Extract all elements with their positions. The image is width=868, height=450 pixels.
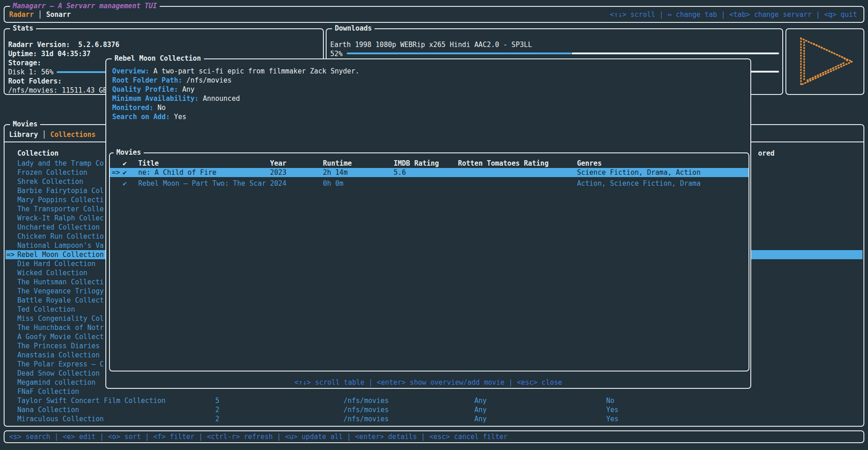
library-tab-collections[interactable]: Collections — [50, 131, 95, 139]
collection-list-item[interactable]: Miraculous Collection — [17, 414, 104, 424]
collection-list-item[interactable]: The Huntsman Collecti — [17, 277, 104, 287]
collection-cell-root_folder: /nfs/movies — [343, 396, 389, 405]
modal-field: Overview: A two-part sci-fi epic from fi… — [112, 67, 359, 76]
selection-marker: => — [6, 250, 15, 259]
collection-cell-profile: Any — [474, 414, 487, 424]
stats-line: /nfs/movies: 11511.43 GB — [8, 86, 107, 95]
movie-cell-runtime: 2h 14m — [323, 168, 348, 177]
collection-cell-movies: 5 — [215, 396, 219, 405]
modal-field: Search on Add: Yes — [112, 112, 187, 121]
modal-title: Rebel Moon Collection — [112, 54, 204, 63]
modal-field-label: Quality Profile: — [112, 85, 178, 94]
modal-movies-table-panel: Movies ✔TitleYearRuntimeIMDB RatingRotte… — [109, 152, 749, 372]
stats-line: Root Folders: — [8, 77, 62, 86]
collection-list-item[interactable]: The Princess Diaries — [17, 341, 100, 351]
collection-cell-movies: 2 — [215, 405, 219, 414]
collection-list-item[interactable]: Taylor Swift Concert Film Collection — [17, 396, 166, 405]
movie-cell-check: ✔ — [123, 168, 127, 177]
collection-list-item[interactable]: Frozen Collection — [17, 168, 88, 177]
movies-table-header: IMDB Rating — [394, 159, 439, 168]
library-tab-separator: │ — [38, 131, 50, 139]
servarr-tabs: Radarr│Sonarr — [9, 10, 71, 19]
movie-cell-runtime: 0h 0m — [323, 179, 343, 188]
collection-list-item[interactable]: Barbie Fairytopia Col — [17, 186, 104, 195]
modal-field-value: A two-part sci-fi epic from filmmaker Za… — [149, 67, 359, 75]
servarr-tab-sonarr[interactable]: Sonarr — [46, 10, 71, 19]
collection-list-item[interactable]: National Lampoon's Va — [17, 241, 104, 250]
stats-panel-title: Stats — [10, 24, 36, 33]
collection-list-item[interactable]: Lady and the Tramp Co — [17, 159, 104, 168]
modal-field: Quality Profile: Any — [112, 85, 195, 94]
collection-list-item[interactable]: Wicked Collection — [17, 268, 88, 277]
footer-keybinds: <s> search | <e> edit | <o> sort | <f> f… — [9, 432, 508, 441]
collection-cell-monitored: Yes — [606, 405, 619, 414]
modal-field-label: Monitored: — [112, 104, 153, 112]
movie-cell-check: ✔ — [123, 179, 127, 188]
modal-field-value: Announced — [199, 94, 240, 103]
stats-line: Disk 1: 56% — [8, 68, 53, 77]
servarr-tab-separator: │ — [34, 10, 46, 19]
modal-field: Monitored: No — [112, 103, 166, 112]
modal-field-label: Root Folder Path: — [112, 76, 182, 84]
collection-cell-root_folder: /nfs/movies — [343, 414, 389, 424]
collection-list-item[interactable]: The Polar Express – C — [17, 360, 104, 369]
collection-list-item[interactable]: Rebel Moon Collection — [17, 250, 104, 259]
collection-list-item[interactable]: A Goofy Movie Collect — [17, 332, 104, 341]
download-progress-remaining — [572, 52, 779, 54]
collection-list-item[interactable]: Die Hard Collection — [17, 259, 96, 268]
logo-panel — [785, 28, 864, 95]
collection-list-item[interactable]: Anastasia Collection — [17, 351, 100, 360]
collection-list-item[interactable]: FNaF Collection — [17, 387, 79, 396]
modal-field-label: Overview: — [112, 67, 149, 75]
collection-column-header: Collection — [17, 149, 58, 158]
movie-cell-genres: Action, Science Fiction, Drama — [577, 179, 701, 188]
movies-table-header: Rotten Tomatoes Rating — [458, 159, 549, 168]
collection-list-item[interactable]: Wreck-It Ralph Collec — [17, 214, 104, 223]
collection-list-item[interactable]: Chicken Run Collectio — [17, 232, 104, 241]
collection-cell-monitored: No — [606, 396, 614, 405]
servarr-tab-radarr[interactable]: Radarr — [9, 10, 34, 19]
collection-list-item[interactable]: The Hunchback of Notr — [17, 323, 104, 332]
collection-list-item[interactable]: Nana Collection — [17, 405, 79, 414]
movie-cell-title[interactable]: ne: A Child of Fire — [138, 168, 217, 177]
collection-cell-root_folder: /nfs/movies — [343, 405, 389, 414]
modal-footer-keybinds: <↑↓> scroll table | <enter> show overvie… — [106, 378, 750, 387]
managarr-screen: Managarr – A Servarr management TUI Rada… — [0, 0, 868, 450]
library-tab-library[interactable]: Library — [9, 131, 38, 139]
movie-cell-imdb-rating: 5.6 — [394, 168, 406, 177]
movies-table-header: ✔ — [123, 159, 127, 168]
stats-line: Radarr Version: 5.2.6.8376 — [8, 40, 120, 49]
collection-list-item[interactable]: The Vengeance Trilogy — [17, 287, 104, 296]
movies-table-header: Genres — [577, 159, 602, 168]
download-item-percent: 52% — [330, 49, 343, 58]
collection-list-item[interactable]: Shrek Collection — [17, 177, 83, 186]
collection-list-item[interactable]: Uncharted Collection — [17, 223, 100, 232]
collection-cell-monitored: Yes — [606, 414, 619, 424]
movie-cell-year: 2023 — [270, 168, 286, 177]
modal-field-label: Minimum Availability: — [112, 94, 199, 103]
movies-table-header: Runtime — [323, 159, 352, 168]
collection-list-item[interactable]: Dead Snow Collection — [17, 369, 100, 378]
movie-cell-genres: Science Fiction, Drama, Action — [577, 168, 701, 177]
modal-field: Root Folder Path: /nfs/movies — [112, 76, 232, 85]
modal-field-value: /nfs/movies — [182, 76, 232, 84]
modal-field-value: Yes — [170, 113, 186, 121]
collection-list-item[interactable]: The Transporter Colle — [17, 204, 104, 214]
keybind-help: <↑↓> scroll | ↔ change tab | <tab> chang… — [610, 10, 857, 19]
collection-list-item[interactable]: Ted Collection — [17, 305, 75, 314]
movie-cell-title[interactable]: Rebel Moon – Part Two: The Scar — [138, 179, 266, 188]
modal-field-label: Search on Add: — [112, 113, 170, 121]
radarr-logo-icon — [795, 36, 857, 91]
collection-list-item[interactable]: Battle Royale Collect — [17, 296, 104, 305]
modal-field-value: Any — [178, 85, 195, 94]
collection-list-item[interactable]: Miss Congeniality Col — [17, 314, 104, 323]
stats-line: Storage: — [8, 58, 41, 68]
top-bar: Managarr – A Servarr management TUI Rada… — [4, 6, 864, 23]
modal-field-value: No — [153, 104, 166, 112]
app-title: Managarr – A Servarr management TUI — [10, 1, 160, 10]
collection-list-item[interactable]: Mary Poppins Collecti — [17, 195, 104, 204]
collection-list-item[interactable]: Megamind collection — [17, 378, 96, 387]
collection-cell-movies: 2 — [215, 414, 219, 424]
download-progress-filled — [347, 52, 572, 54]
modal-movies-table-title: Movies — [114, 148, 144, 157]
